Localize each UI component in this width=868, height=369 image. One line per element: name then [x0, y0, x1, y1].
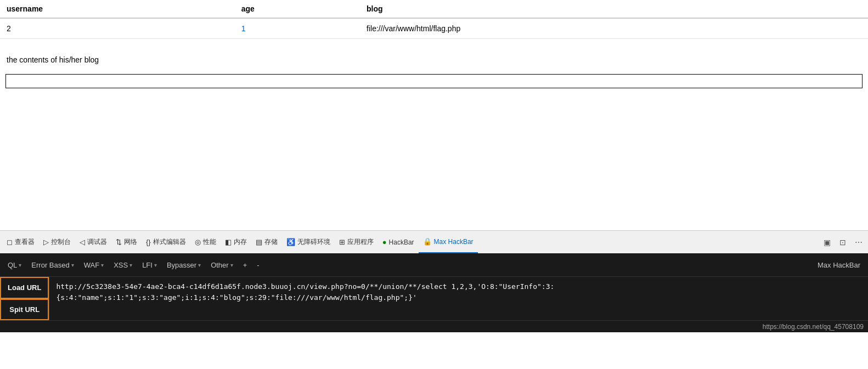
tab-application[interactable]: ⊞ 应用程序	[335, 231, 378, 253]
hackbar-menu-other-label: Other	[211, 261, 229, 269]
hackbar-menu-waf-arrow: ▾	[101, 262, 104, 268]
devtools-tabs-bar: ◻ 查看器 ▷ 控制台 ◁ 调试器 ⇅ 网络 {} 样式编辑器 ◎ 性能 ◧ 内…	[0, 230, 868, 253]
tab-max-hackbar-label: Max HackBar	[434, 238, 474, 246]
devtools-undock-btn[interactable]: ⊡	[836, 236, 849, 249]
cell-blog: file:///var/www/html/flag.php	[360, 18, 868, 39]
tab-memory[interactable]: ◧ 内存	[221, 231, 251, 253]
console-icon: ▷	[43, 238, 49, 246]
hackbar-menu-lfi-arrow: ▾	[154, 262, 157, 268]
data-table: username age blog 2 1 file:///var/www/ht…	[0, 0, 868, 39]
tab-storage[interactable]: ▤ 存储	[251, 231, 282, 253]
inspector-icon: ◻	[7, 238, 13, 246]
cell-username: 2	[0, 18, 235, 39]
hackbar-menu-bypasser[interactable]: Bypasser ▾	[162, 258, 205, 272]
memory-icon: ◧	[225, 238, 232, 246]
hackbar-menu-remove[interactable]: -	[252, 258, 263, 272]
tab-hackbar[interactable]: ● HackBar	[378, 231, 419, 253]
hackbar-menu-xss[interactable]: XSS ▾	[109, 258, 137, 272]
tab-performance[interactable]: ◎ 性能	[190, 231, 221, 253]
col-header-blog: blog	[360, 0, 868, 18]
max-hackbar-lock-icon: 🔒	[423, 237, 432, 246]
tab-storage-label: 存储	[264, 237, 278, 247]
hackbar-menu-ql-label: QL	[8, 261, 17, 269]
devtools-right-controls: ▣ ⊡ ⋯	[820, 236, 866, 249]
performance-icon: ◎	[195, 238, 201, 246]
hackbar-menu-lfi-label: LFI	[142, 261, 153, 269]
hackbar-menu-waf[interactable]: WAF ▾	[80, 258, 108, 272]
network-icon: ⇅	[116, 238, 122, 246]
blog-text-input[interactable]	[5, 74, 863, 88]
load-url-button[interactable]: Load URL	[0, 277, 49, 299]
tab-max-hackbar[interactable]: 🔒 Max HackBar	[419, 231, 478, 253]
hackbar-menu-waf-label: WAF	[84, 261, 99, 269]
accessibility-icon: ♿	[286, 238, 295, 246]
hackbar-menu-error-based[interactable]: Error Based ▾	[27, 258, 78, 272]
table-row: 2 1 file:///var/www/html/flag.php	[0, 18, 868, 39]
url-input[interactable]	[49, 277, 868, 320]
blog-content-label: the contents of his/her blog	[0, 50, 868, 70]
tab-console-label: 控制台	[51, 237, 71, 247]
hackbar-right-label: Max HackBar	[813, 258, 865, 272]
hackbar-menu-other[interactable]: Other ▾	[206, 258, 238, 272]
tab-application-label: 应用程序	[347, 237, 374, 247]
hackbar-menu-bypasser-label: Bypasser	[167, 261, 196, 269]
hackbar-status-bar: https://blog.csdn.net/qq_45708109	[0, 320, 868, 332]
col-header-username: username	[0, 0, 235, 18]
devtools-more-btn[interactable]: ⋯	[852, 236, 866, 249]
hackbar-menu-ql-arrow: ▾	[19, 262, 21, 268]
hackbar-menu-ql[interactable]: QL ▾	[3, 258, 26, 272]
tab-network-label: 网络	[124, 237, 137, 247]
hackbar-menu-bypasser-arrow: ▾	[198, 262, 201, 268]
cell-age: 1	[235, 18, 360, 39]
tab-network[interactable]: ⇅ 网络	[111, 231, 142, 253]
tab-memory-label: 内存	[234, 237, 247, 247]
hackbar-toolbar: QL ▾ Error Based ▾ WAF ▾ XSS ▾ LFI ▾ Byp…	[0, 253, 868, 276]
application-icon: ⊞	[339, 238, 345, 246]
hackbar-menu-add[interactable]: +	[239, 258, 252, 272]
hackbar-action-buttons: Load URL Spit URL	[0, 277, 49, 320]
spit-url-button[interactable]: Spit URL	[0, 299, 49, 321]
hackbar-menu-remove-label: -	[257, 261, 259, 269]
tab-style-editor-label: 样式编辑器	[153, 237, 186, 247]
storage-icon: ▤	[256, 238, 262, 246]
tab-style-editor[interactable]: {} 样式编辑器	[142, 231, 190, 253]
tab-performance-label: 性能	[203, 237, 216, 247]
hackbar-status-url: https://blog.csdn.net/qq_45708109	[763, 323, 864, 331]
tab-accessibility[interactable]: ♿ 无障碍环境	[282, 231, 335, 253]
devtools-dock-btn[interactable]: ▣	[820, 236, 834, 249]
tab-console[interactable]: ▷ 控制台	[39, 231, 75, 253]
hackbar-menu-error-based-arrow: ▾	[71, 262, 74, 268]
hackbar-url-area: Load URL Spit URL	[0, 276, 868, 320]
col-header-age: age	[235, 0, 360, 18]
hackbar-menu-xss-label: XSS	[114, 261, 128, 269]
tab-accessibility-label: 无障碍环境	[297, 237, 330, 247]
hackbar-menu-xss-arrow: ▾	[129, 262, 132, 268]
tab-debugger[interactable]: ◁ 调试器	[75, 231, 111, 253]
tab-inspector[interactable]: ◻ 查看器	[2, 231, 39, 253]
hackbar-dot-icon: ●	[382, 238, 387, 246]
tab-inspector-label: 查看器	[15, 237, 35, 247]
tab-hackbar-label: HackBar	[389, 239, 414, 246]
style-editor-icon: {}	[146, 238, 151, 246]
hackbar-menu-add-label: +	[243, 261, 247, 269]
hackbar-menu-error-based-label: Error Based	[31, 261, 69, 269]
hackbar-menu-other-arrow: ▾	[230, 262, 233, 268]
debugger-icon: ◁	[80, 238, 85, 246]
content-area: username age blog 2 1 file:///var/www/ht…	[0, 0, 868, 230]
text-input-container	[5, 74, 863, 88]
hackbar-menu-lfi[interactable]: LFI ▾	[138, 258, 161, 272]
tab-debugger-label: 调试器	[87, 237, 107, 247]
